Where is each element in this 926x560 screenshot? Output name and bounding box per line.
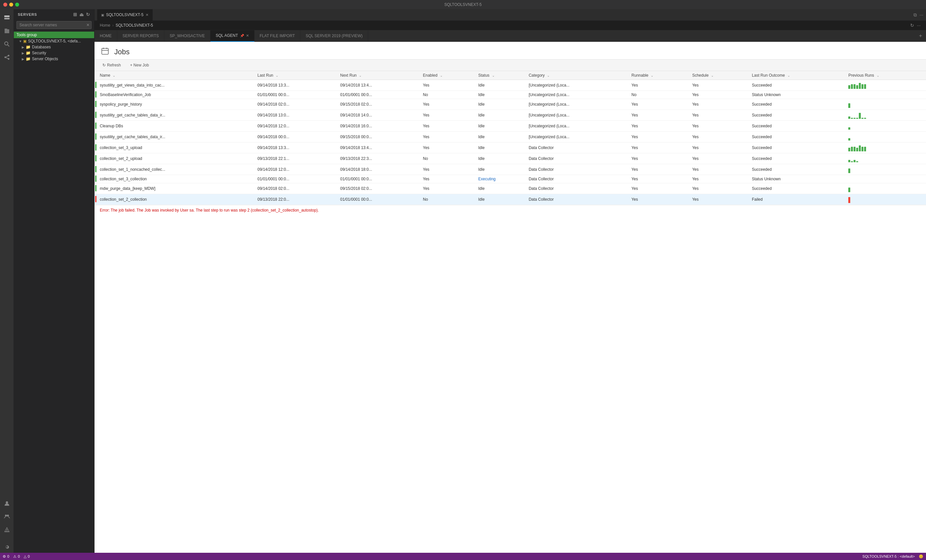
tab-flat-file-import[interactable]: FLAT FILE IMPORT <box>254 30 301 42</box>
th-name[interactable]: Name ⌄ <box>97 71 255 80</box>
breadcrumb-home[interactable]: Home <box>100 23 110 28</box>
search-input[interactable] <box>17 21 92 29</box>
new-server-icon[interactable]: ⊞ <box>73 12 77 17</box>
th-last-run-outcome[interactable]: Last Run Outcome ⌄ <box>749 71 846 80</box>
cell-name: collection_set_3_upload <box>97 142 255 153</box>
sidebar-item-explorer[interactable] <box>1 25 13 37</box>
row-indicator-cell <box>94 131 97 142</box>
sidebar-item-person[interactable] <box>1 498 13 509</box>
th-next-run[interactable]: Next Run ⌄ <box>337 71 420 80</box>
th-schedule[interactable]: Schedule ⌄ <box>690 71 749 80</box>
tab-home[interactable]: HOME <box>94 30 117 42</box>
maximize-button[interactable] <box>15 3 19 7</box>
search-clear-icon[interactable]: ✕ <box>86 23 89 27</box>
window-controls[interactable] <box>3 3 19 7</box>
sidebar-item-security[interactable]: ▶ 📁 Security <box>14 50 94 56</box>
th-name-sort-icon: ⌄ <box>113 74 115 77</box>
breadcrumb-current: SQLTOOLSVNEXT-5 <box>116 23 153 28</box>
table-row[interactable]: mdw_purge_data_[keep_MDW]09/14/2018 02:0… <box>94 183 926 194</box>
sidebar-item-search[interactable] <box>1 38 13 50</box>
sidebar-item-connections[interactable] <box>1 51 13 63</box>
cell-last_run: 09/14/2018 12:0... <box>255 121 337 131</box>
table-row[interactable]: sysutility_get_cache_tables_data_ir...09… <box>94 110 926 121</box>
more-actions-icon[interactable]: ··· <box>919 12 923 17</box>
table-row[interactable]: Cleanup DBs09/14/2018 12:0...09/14/2018 … <box>94 121 926 131</box>
sidebar-item-group[interactable] <box>1 511 13 522</box>
tools-group[interactable]: Tools group <box>14 32 94 38</box>
cell-status: Idle <box>475 91 526 99</box>
table-row[interactable]: collection_set_3_upload09/14/2018 13:3..… <box>94 142 926 153</box>
status-bar-warnings[interactable]: ⚠ 0 <box>13 554 20 558</box>
cell-schedule: Yes <box>690 175 749 183</box>
mini-bar <box>864 118 866 119</box>
table-row[interactable]: sysutility_get_views_data_into_cac...09/… <box>94 80 926 91</box>
security-expand-icon[interactable]: ▶ <box>20 51 26 55</box>
table-row[interactable]: collection_set_1_noncached_collec...09/1… <box>94 164 926 175</box>
th-name-label: Name <box>100 73 110 78</box>
close-button[interactable] <box>3 3 7 7</box>
cell-name: collection_set_2_collection <box>97 194 255 205</box>
svg-point-4 <box>4 57 6 58</box>
svg-rect-1 <box>4 18 9 20</box>
th-last-run[interactable]: Last Run ⌄ <box>255 71 337 80</box>
th-category-label: Category <box>528 73 545 78</box>
disconnect-icon[interactable]: ⏏ <box>79 12 84 17</box>
cell-name: collection_set_3_collection <box>97 175 255 183</box>
settings-icon[interactable] <box>1 541 13 553</box>
new-job-button[interactable]: + New Job <box>127 62 151 69</box>
refresh-button[interactable]: ↻ Refresh <box>100 62 124 69</box>
mini-bar-chart <box>848 122 923 130</box>
table-row[interactable]: collection_set_2_collection09/13/2018 22… <box>94 194 926 205</box>
jobs-title: Jobs <box>114 48 129 56</box>
cell-status: Idle <box>475 80 526 91</box>
sidebar-item-servers[interactable] <box>1 12 13 24</box>
refresh-sidebar-icon[interactable]: ↻ <box>86 12 90 17</box>
table-row[interactable]: SmoBaselineVerification_Job01/01/0001 00… <box>94 91 926 99</box>
table-row[interactable]: collection_set_2_upload09/13/2018 22:1..… <box>94 153 926 164</box>
tab-sp-whoisactive[interactable]: SP_WHOISACTIVE <box>164 30 210 42</box>
split-editor-icon[interactable]: ⧉ <box>914 12 917 18</box>
cell-category: Data Collector <box>526 194 629 205</box>
th-status-sort-icon: ⌄ <box>492 74 495 77</box>
row-indicator-cell <box>94 80 97 91</box>
security-label: Security <box>32 51 46 55</box>
th-category[interactable]: Category ⌄ <box>526 71 629 80</box>
server-tab[interactable]: ▣ SQLTOOLSVNEXT-5 ✕ <box>97 9 153 21</box>
status-bar-settings[interactable]: ⚙ 0 <box>3 554 9 558</box>
expand-icon[interactable]: ▼ <box>18 39 23 43</box>
server-objects-expand-icon[interactable]: ▶ <box>20 57 26 61</box>
mini-bar <box>851 118 853 119</box>
tab-sql-agent[interactable]: SQL AGENT 📌 ✕ <box>210 30 254 42</box>
sidebar-item-databases[interactable]: ▶ 📁 Databases <box>14 44 94 50</box>
th-runnable[interactable]: Runnable ⌄ <box>629 71 690 80</box>
add-tab-button[interactable]: + <box>915 33 926 39</box>
server-node[interactable]: ▼ ▣ SQLTOOLSVNEXT-5, <defa... <box>14 38 94 44</box>
table-row[interactable]: sysutility_get_cache_tables_data_ir...09… <box>94 131 926 142</box>
server-tab-close-icon[interactable]: ✕ <box>145 13 148 17</box>
th-last-run-outcome-sort-icon: ⌄ <box>787 74 790 77</box>
minimize-button[interactable] <box>9 3 13 7</box>
table-row[interactable]: collection_set_3_collection01/01/0001 00… <box>94 175 926 183</box>
table-row[interactable]: syspolicy_purge_history09/14/2018 02:0..… <box>94 99 926 110</box>
sidebar-item-alert[interactable] <box>1 524 13 536</box>
tab-server-reports[interactable]: SERVER REPORTS <box>117 30 164 42</box>
cell-category: Data Collector <box>526 153 629 164</box>
cell-next_run: 09/15/2018 02:0... <box>337 183 420 194</box>
status-bar-alerts[interactable]: △ 0 <box>24 554 30 558</box>
row-indicator-cell <box>94 175 97 183</box>
sidebar-item-server-objects[interactable]: ▶ 📁 Server Objects <box>14 56 94 62</box>
tab-sql-server-preview[interactable]: SQL SERVER 2019 (PREVIEW) <box>300 30 368 42</box>
mini-bar <box>861 118 864 119</box>
breadcrumb-actions: ↻ ··· <box>910 23 921 28</box>
th-previous-runs[interactable]: Previous Runs ⌄ <box>846 71 926 80</box>
tab-sql-agent-close-icon[interactable]: ✕ <box>246 33 249 38</box>
cell-last_run: 09/14/2018 13:3... <box>255 142 337 153</box>
more-icon[interactable]: ··· <box>917 23 921 28</box>
th-status[interactable]: Status ⌄ <box>475 71 526 80</box>
cell-last_run: 09/14/2018 13:0... <box>255 110 337 121</box>
refresh-icon[interactable]: ↻ <box>910 23 914 28</box>
db-expand-icon[interactable]: ▶ <box>20 45 26 49</box>
pin-icon[interactable]: 📌 <box>240 34 244 38</box>
tab-sp-whoisactive-label: SP_WHOISACTIVE <box>169 33 205 38</box>
th-enabled[interactable]: Enabled ⌄ <box>420 71 475 80</box>
